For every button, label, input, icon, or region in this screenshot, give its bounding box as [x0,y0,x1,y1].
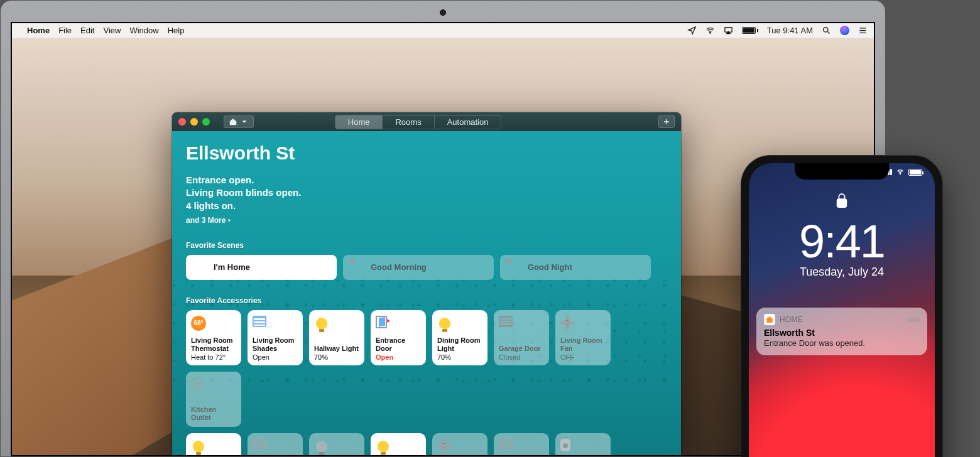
wifi-icon [895,168,905,176]
accessories-row-2: KitchenMaster Bed...Living RoomBedroomBe… [186,433,667,456]
shades-icon [253,316,268,331]
iphone-date: Tuesday, July 24 [749,266,935,279]
location-icon[interactable] [687,26,697,35]
accessory-name: Hallway Light [314,345,359,353]
shades-icon [499,439,514,454]
accessory-name: Garage Door [499,345,544,353]
tab-home[interactable]: Home [335,116,383,129]
accessory-status: Heat to 72° [191,353,236,361]
home-icon [229,117,237,126]
accessory-tile[interactable]: Living Room [309,433,364,456]
window-titlebar: Home Rooms Automation [172,112,681,131]
plus-icon [663,118,670,126]
menubar-item-view[interactable]: View [103,26,121,35]
tab-rooms[interactable]: Rooms [382,116,433,129]
fan-icon [437,439,452,454]
window-zoom-button[interactable] [202,118,210,126]
accessory-tile[interactable]: Bedroom [432,433,487,456]
menubar-item-help[interactable]: Help [168,26,185,35]
home-status-3: 4 lights on. [186,200,667,212]
notification-time: now [906,315,920,324]
scene-good-night[interactable]: Good Night [500,255,651,280]
svg-point-0 [709,32,710,33]
home-status-more-label: and 3 More [186,216,226,225]
scene-label: Good Night [528,262,572,272]
lightbulb-icon [376,439,391,454]
svg-rect-4 [837,199,847,207]
accessory-tile[interactable]: 68°Living Room ThermostatHeat to 72° [186,310,241,365]
home-selector-dropdown[interactable] [224,116,254,128]
accessory-tile[interactable]: Living Room FanOFF [555,310,611,365]
accessory-tile[interactable]: Living Room ShadesOpen [248,310,303,365]
chevron-down-icon [240,117,249,126]
thermostat-icon: 68° [191,316,206,331]
menubar-item-file[interactable]: File [58,26,72,35]
accessory-status: 70% [314,353,359,361]
notification-center-icon[interactable] [858,26,868,35]
accessory-tile[interactable]: Bedroom [494,433,549,456]
battery-icon [908,169,922,176]
home-status-2: Living Room blinds open. [186,186,667,199]
mac-camera [440,9,446,16]
iphone-notch [795,163,889,180]
scenes-row: I'm HomeGood MorningGood Night [186,255,667,280]
window-minimize-button[interactable] [190,118,198,126]
accessory-tile[interactable]: Garage DoorClosed [494,310,549,365]
lightbulb-icon [437,316,452,331]
section-label-scenes: Favorite Scenes [186,241,667,250]
lock-icon [835,192,849,210]
add-button[interactable] [658,116,675,128]
accessory-name: Living Room Fan [560,336,606,352]
siri-icon[interactable] [840,26,849,35]
window-tabs: Home Rooms Automation [335,115,502,129]
accessory-tile[interactable]: Bedroom [371,433,426,456]
moon-house-icon [508,261,521,274]
battery-icon[interactable] [742,27,758,34]
home-app-icon [764,314,775,325]
menubar-app-name[interactable]: Home [27,26,50,35]
accessory-tile[interactable]: Kitchen Outlet [186,372,241,427]
accessory-tile[interactable]: Living Room [555,433,611,456]
tab-automation[interactable]: Automation [434,116,501,129]
accessory-name: Dining Room Light [437,336,482,352]
accessory-status: Closed [499,353,544,361]
airplay-icon[interactable] [724,26,733,35]
home-title: Ellsworth St [186,142,667,164]
accessory-status: Open [376,353,421,361]
notification-title: Ellsworth St [764,328,920,338]
sun-house-icon [351,261,364,274]
accessory-name: Living Room Shades [253,336,298,352]
accessory-tile[interactable]: Entrance DoorOpen [371,310,426,365]
home-app-window: Home Rooms Automation Ellsworth St Entra… [172,112,681,456]
home-status-more[interactable]: and 3 More [186,216,667,225]
notification-body: Entrance Door was opened. [764,338,920,348]
menubar-item-edit[interactable]: Edit [80,26,94,35]
accessory-status: 70% [437,353,482,361]
accessory-tile[interactable]: Kitchen [186,433,241,456]
accessory-tile[interactable]: Master Bed... [248,433,303,456]
lightbulb-icon [314,316,329,331]
scene-good-morning[interactable]: Good Morning [343,255,494,280]
iphone-time: 9:41 [749,215,935,268]
accessory-name: Entrance Door [376,336,421,352]
menubar-clock[interactable]: Tue 9:41 AM [767,26,813,35]
svg-point-3 [900,173,900,174]
garage-icon [499,316,514,331]
menubar-item-window[interactable]: Window [129,26,158,35]
wifi-icon[interactable] [705,26,715,35]
spotlight-icon[interactable] [822,26,831,35]
accessory-name: Living Room Thermostat [191,336,236,352]
accessory-status: OFF [560,353,606,361]
shades-icon [253,439,268,454]
notification-card[interactable]: HOME now Ellsworth St Entrance Door was … [756,308,927,355]
accessory-tile[interactable]: Dining Room Light70% [432,310,487,365]
door-open-icon [376,316,391,331]
scene-i-m-home[interactable]: I'm Home [186,255,337,280]
accessories-row-1: 68°Living Room ThermostatHeat to 72°Livi… [186,310,667,427]
house-person-icon [193,261,207,274]
window-close-button[interactable] [178,118,186,126]
outlet-icon [191,377,206,392]
accessory-tile[interactable]: Hallway Light70% [309,310,364,365]
iphone-frame: 9:41 Tuesday, July 24 HOME now Ellsworth… [741,156,942,457]
fan-icon [560,316,575,331]
